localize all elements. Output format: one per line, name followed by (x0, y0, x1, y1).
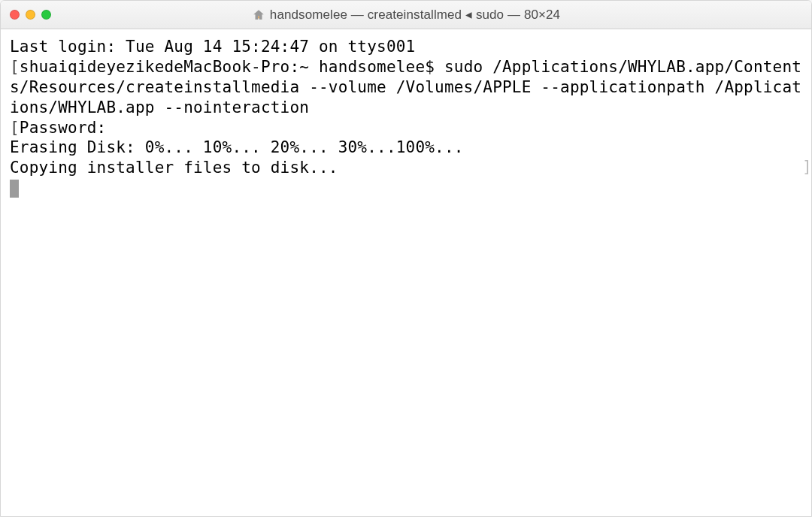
zoom-button[interactable] (41, 10, 51, 20)
password-prompt: Password: (20, 119, 107, 137)
traffic-lights (10, 10, 51, 20)
home-icon (252, 8, 265, 22)
shell-prompt: shuaiqideyezikedeMacBook-Pro:~ handsomel… (20, 58, 444, 76)
window-title: handsomelee — createinstallmed ◂ sudo — … (270, 7, 560, 23)
terminal-body[interactable]: Last login: Tue Aug 14 15:24:47 on ttys0… (1, 29, 811, 516)
minimize-button[interactable] (26, 10, 35, 20)
last-login-line: Last login: Tue Aug 14 15:24:47 on ttys0… (10, 38, 415, 56)
terminal-cursor (10, 180, 19, 198)
svg-rect-0 (258, 16, 259, 18)
title-wrap: handsomelee — createinstallmed ◂ sudo — … (1, 7, 811, 23)
titlebar[interactable]: handsomelee — createinstallmed ◂ sudo — … (1, 1, 811, 29)
close-button[interactable] (10, 10, 20, 20)
copying-line: Copying installer files to disk... (10, 159, 338, 177)
terminal-window: handsomelee — createinstallmed ◂ sudo — … (0, 0, 812, 517)
scrollbar-hint: ] (802, 157, 807, 174)
prompt-open-bracket: [ (10, 58, 20, 76)
erasing-line: Erasing Disk: 0%... 10%... 20%... 30%...… (10, 138, 464, 156)
password-open-bracket: [ (10, 119, 20, 137)
